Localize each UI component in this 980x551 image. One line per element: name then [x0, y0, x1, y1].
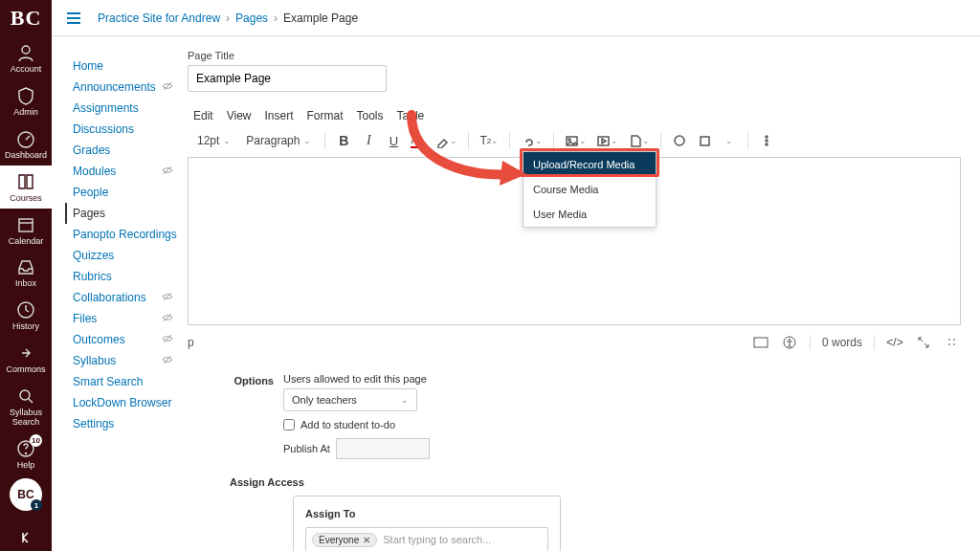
paragraph-select[interactable]: Paragraph⌄	[240, 130, 317, 151]
toolbar-separator	[324, 132, 325, 149]
drag-icon	[947, 337, 958, 348]
rce-menu-insert[interactable]: Insert	[264, 109, 293, 122]
breadcrumb-pages[interactable]: Pages	[235, 11, 268, 25]
collapse-nav-button[interactable]	[0, 524, 52, 551]
course-nav-discussions[interactable]: Discussions	[65, 119, 188, 140]
image-button[interactable]: ⌄	[562, 130, 590, 151]
rce-menu-view[interactable]: View	[227, 109, 252, 122]
plug-icon	[673, 134, 687, 148]
nav-label: History	[12, 322, 39, 332]
svg-line-12	[164, 82, 171, 90]
nav-dashboard[interactable]: Dashboard	[0, 122, 52, 165]
assignee-chip[interactable]: Everyone ✕	[312, 533, 377, 547]
highlight-button[interactable]: ⌄	[433, 130, 460, 151]
media-icon	[596, 134, 611, 148]
resize-handle[interactable]	[944, 334, 961, 351]
apps-button[interactable]	[669, 130, 690, 151]
font-size-select[interactable]: 12pt⌄	[191, 130, 236, 151]
user-icon	[15, 42, 36, 63]
assign-placeholder: Start typing to search...	[383, 534, 491, 545]
nav-label: Dashboard	[5, 151, 47, 161]
media-button[interactable]: ⌄	[593, 130, 621, 151]
svg-point-24	[766, 140, 768, 142]
course-nav-syllabus[interactable]: Syllabus	[65, 350, 188, 371]
hamburger-icon[interactable]	[65, 10, 82, 27]
todo-checkbox[interactable]	[283, 419, 295, 430]
user-avatar[interactable]: BC 1	[10, 478, 42, 511]
underline-button[interactable]: U	[383, 130, 404, 151]
external-apps-button[interactable]: ⌄	[719, 130, 740, 151]
link-icon	[521, 134, 535, 148]
a11y-icon	[782, 335, 797, 350]
a11y-checker-button[interactable]	[781, 334, 798, 351]
rce-menu-edit[interactable]: Edit	[193, 109, 213, 122]
course-nav-people[interactable]: People	[65, 182, 188, 203]
course-nav-announcements[interactable]: Announcements	[65, 77, 188, 98]
course-nav-outcomes[interactable]: Outcomes	[65, 329, 188, 350]
menu-course-media[interactable]: Course Media	[523, 177, 656, 202]
course-nav-lockdown-browser[interactable]: LockDown Browser	[65, 392, 188, 413]
nav-admin[interactable]: Admin	[0, 79, 52, 122]
course-nav-label: Discussions	[73, 122, 134, 136]
keyboard-shortcuts-button[interactable]	[752, 334, 769, 351]
publish-at-input[interactable]	[336, 438, 430, 459]
avatar-badge: 1	[31, 499, 42, 511]
rce-path: p	[188, 336, 194, 349]
page-title-input[interactable]	[188, 65, 387, 92]
course-nav-home[interactable]: Home	[65, 55, 188, 77]
nav-commons[interactable]: Commons	[0, 337, 52, 380]
course-nav-panopto-recordings[interactable]: Panopto Recordings	[65, 224, 188, 245]
course-nav-settings[interactable]: Settings	[65, 413, 188, 434]
fullscreen-button[interactable]	[915, 334, 932, 351]
help-badge: 10	[30, 434, 42, 447]
status-separator	[874, 335, 875, 350]
html-editor-button[interactable]: </>	[886, 334, 903, 351]
quizitem-icon	[698, 134, 712, 148]
text-color-button[interactable]: A⌄	[408, 130, 429, 151]
menu-user-media[interactable]: User Media	[523, 202, 656, 227]
course-nav-label: Collaborations	[73, 291, 146, 304]
course-nav-quizzes[interactable]: Quizzes	[65, 245, 188, 266]
nav-history[interactable]: History	[0, 294, 52, 337]
course-nav-rubrics[interactable]: Rubrics	[65, 266, 188, 287]
menu-upload-record-media[interactable]: Upload/Record Media	[523, 152, 656, 177]
nav-help[interactable]: 10 Help	[0, 432, 52, 475]
svg-point-25	[766, 143, 768, 145]
superscript-button[interactable]: T2⌄	[477, 130, 501, 151]
course-nav-collaborations[interactable]: Collaborations	[65, 287, 188, 308]
nav-label: Syllabus Search	[0, 408, 52, 428]
share-icon	[15, 342, 36, 364]
course-nav-pages[interactable]: Pages	[65, 203, 188, 224]
nav-calendar[interactable]: Calendar	[0, 209, 52, 252]
todo-checkbox-row[interactable]: Add to student to-do	[283, 419, 961, 430]
nav-account[interactable]: Account	[0, 36, 52, 79]
brand-logo[interactable]: BC	[0, 0, 52, 36]
svg-point-23	[766, 136, 768, 138]
breadcrumb-course[interactable]: Practice Site for Andrew	[98, 11, 220, 25]
course-nav-grades[interactable]: Grades	[65, 140, 188, 161]
fullscreen-icon	[917, 336, 930, 349]
options-section: Options Users allowed to edit this page …	[188, 373, 961, 459]
course-nav-label: LockDown Browser	[73, 396, 171, 409]
bold-button[interactable]: B	[333, 130, 354, 151]
italic-button[interactable]: I	[358, 130, 379, 151]
rce-menu-tools[interactable]: Tools	[357, 109, 384, 122]
nav-syllabus-search[interactable]: Syllabus Search	[0, 380, 52, 432]
rce-menu-format[interactable]: Format	[307, 109, 344, 122]
nav-inbox[interactable]: Inbox	[0, 251, 52, 294]
course-nav-files[interactable]: Files	[65, 308, 188, 329]
users-allowed-label: Users allowed to edit this page	[283, 373, 961, 385]
more-button[interactable]	[756, 130, 777, 151]
editors-select[interactable]: Only teachers⌄	[283, 388, 417, 411]
course-nav-smart-search[interactable]: Smart Search	[65, 371, 188, 392]
image-icon	[565, 134, 579, 148]
chip-remove[interactable]: ✕	[363, 535, 370, 545]
nav-courses[interactable]: Courses	[0, 165, 52, 209]
document-button[interactable]: ⌄	[625, 130, 653, 151]
link-button[interactable]: ⌄	[518, 130, 546, 151]
course-nav-modules[interactable]: Modules	[65, 161, 188, 182]
assign-to-input[interactable]: Everyone ✕ Start typing to search...	[305, 527, 548, 551]
rce-menu-table[interactable]: Table	[397, 109, 425, 122]
course-nav-assignments[interactable]: Assignments	[65, 98, 188, 119]
new-quiz-button[interactable]	[694, 130, 715, 151]
